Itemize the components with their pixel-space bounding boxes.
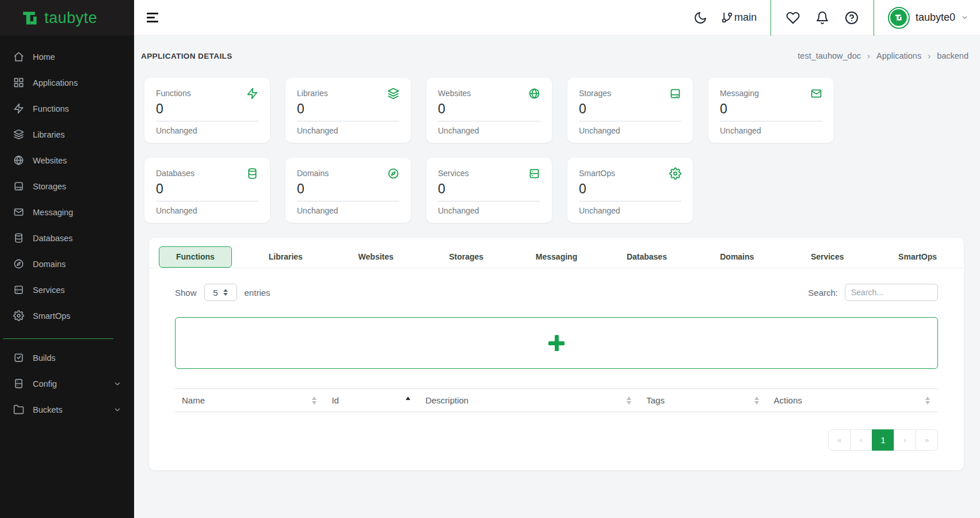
folder-icon (13, 404, 24, 415)
tab-storages[interactable]: Storages (421, 246, 512, 268)
column-header-tags[interactable]: Tags (646, 395, 773, 405)
breadcrumb-separator: › (928, 51, 931, 60)
tab-label: Services (791, 246, 864, 268)
tab-websites[interactable]: Websites (331, 246, 421, 268)
grid-icon (13, 77, 24, 88)
stat-value: 0 (720, 101, 822, 117)
sidebar-item-smartops[interactable]: SmartOps (0, 303, 134, 329)
notifications-icon[interactable] (815, 11, 829, 25)
sidebar-item-label: Databases (33, 234, 121, 243)
tab-libraries[interactable]: Libraries (241, 246, 331, 268)
sidebar-item-domains[interactable]: Domains (0, 251, 134, 277)
breadcrumb-item-test-tauhow-doc[interactable]: test_tauhow_doc (798, 51, 861, 60)
stat-status: Unchanged (438, 121, 540, 135)
sidebar-item-libraries[interactable]: Libraries (0, 121, 134, 147)
stat-card-services: Services0Unchanged (426, 158, 552, 223)
sidebar-item-services[interactable]: Services (0, 277, 134, 303)
tab-smartops[interactable]: SmartOps (872, 246, 963, 268)
user-name: taubyte0 (916, 12, 955, 24)
tab-databases[interactable]: Databases (601, 246, 692, 268)
sidebar-item-messaging[interactable]: Messaging (0, 199, 134, 225)
stat-label: Databases (156, 167, 195, 178)
sidebar-item-config[interactable]: Config (0, 371, 134, 397)
sidebar-item-storages[interactable]: Storages (0, 173, 134, 199)
pagination-page-1[interactable]: 1 (872, 429, 894, 451)
brand-name: taubyte (44, 9, 97, 27)
sidebar-item-label: Applications (33, 78, 121, 87)
menu-toggle-button[interactable] (144, 10, 161, 25)
sidebar-item-home[interactable]: Home (0, 44, 134, 70)
page-size-select[interactable]: 5 (204, 284, 237, 301)
stat-status: Unchanged (438, 201, 540, 215)
sort-icon (627, 397, 631, 405)
sidebar-item-functions[interactable]: Functions (0, 96, 134, 121)
database-icon (13, 233, 24, 243)
favorites-icon[interactable] (786, 11, 800, 25)
pagination-prev-button[interactable]: ‹ (850, 429, 872, 451)
stat-status: Unchanged (720, 121, 822, 135)
dark-mode-icon[interactable] (693, 11, 707, 25)
sort-icon (312, 397, 317, 405)
stat-value: 0 (156, 101, 258, 117)
branch-selector[interactable]: main (721, 12, 757, 24)
sidebar: taubyte HomeApplicationsFunctionsLibrari… (0, 0, 134, 518)
column-label: Actions (774, 395, 802, 405)
stat-label: Functions (156, 87, 191, 98)
user-menu[interactable]: taubyte0 (876, 7, 968, 29)
search-input[interactable] (845, 284, 938, 301)
sidebar-item-builds[interactable]: Builds (0, 345, 134, 371)
tab-label: SmartOps (881, 246, 954, 268)
sidebar-item-label: Builds (33, 353, 121, 363)
sidebar-nav-secondary: BuildsConfigBuckets (0, 342, 134, 422)
tab-label: Messaging (520, 246, 593, 268)
sidebar-item-applications[interactable]: Applications (0, 70, 134, 96)
config-icon (13, 378, 24, 389)
column-header-description[interactable]: Description (425, 395, 646, 405)
sort-icon (754, 397, 759, 405)
sort-icon (925, 397, 930, 405)
stat-cards: Functions0UnchangedLibraries0UnchangedWe… (144, 78, 968, 223)
stat-card-domains: Domains0Unchanged (285, 158, 411, 223)
mail-icon (13, 207, 24, 218)
sidebar-item-buckets[interactable]: Buckets (0, 397, 134, 422)
sidebar-item-websites[interactable]: Websites (0, 147, 134, 173)
tab-domains[interactable]: Domains (692, 246, 782, 268)
chevron-down-icon (113, 380, 121, 388)
tab-services[interactable]: Services (782, 246, 872, 268)
column-header-actions[interactable]: Actions (774, 395, 931, 405)
chevron-down-icon (113, 406, 121, 414)
column-header-id[interactable]: Id (331, 395, 425, 405)
layers-icon (387, 87, 399, 100)
pagination: «‹1›» (175, 429, 938, 451)
brand-logo[interactable]: taubyte (0, 0, 134, 36)
storage-icon (669, 87, 681, 100)
sidebar-item-label: Libraries (33, 130, 121, 139)
tab-label: Storages (430, 246, 503, 268)
stat-card-smartops: SmartOps0Unchanged (567, 158, 693, 223)
help-icon[interactable] (845, 11, 859, 25)
breadcrumb-item-backend[interactable]: backend (937, 51, 968, 60)
pagination-last-button[interactable]: » (916, 429, 938, 451)
pagination-next-button[interactable]: › (894, 429, 916, 451)
zap-icon (13, 103, 24, 114)
breadcrumb-item-applications[interactable]: Applications (876, 51, 921, 60)
add-function-button[interactable] (175, 317, 938, 369)
home-icon (13, 51, 24, 62)
tab-functions[interactable]: Functions (150, 246, 241, 268)
stat-value: 0 (297, 181, 399, 197)
column-label: Id (331, 395, 339, 405)
pagination-first-button[interactable]: « (828, 429, 851, 451)
sidebar-item-label: Home (33, 52, 121, 62)
sidebar-item-databases[interactable]: Databases (0, 225, 134, 251)
server-icon (13, 284, 24, 295)
table-header: NameIdDescriptionTagsActions (175, 389, 938, 412)
gear-icon (13, 310, 24, 321)
globe-icon (13, 155, 24, 166)
column-header-name[interactable]: Name (182, 395, 331, 405)
stat-status: Unchanged (156, 201, 258, 215)
mail-icon (810, 87, 822, 100)
stat-card-websites: Websites0Unchanged (426, 78, 552, 143)
page-size-value: 5 (213, 288, 218, 298)
tab-messaging[interactable]: Messaging (512, 246, 602, 268)
topbar: main tauby (134, 0, 980, 36)
